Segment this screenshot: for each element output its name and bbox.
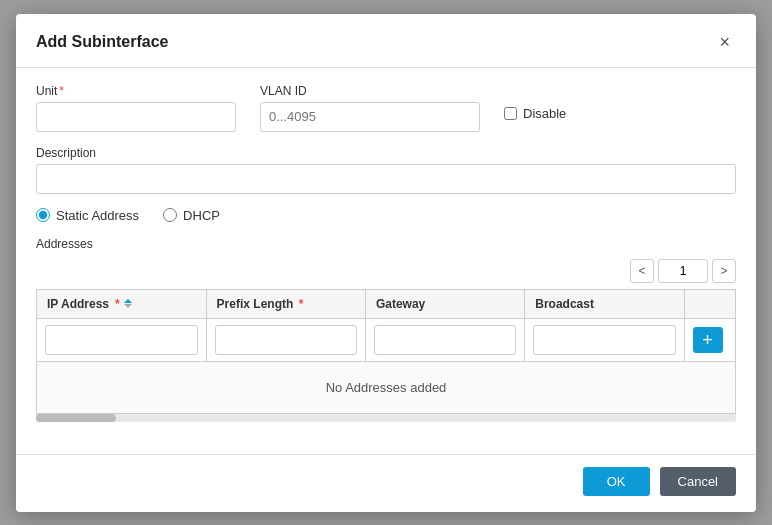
dhcp-label: DHCP [183, 208, 220, 223]
col-broadcast-header: Broadcast [525, 289, 684, 318]
col-action-header [684, 289, 735, 318]
disable-label[interactable]: Disable [523, 106, 566, 121]
static-address-radio[interactable] [36, 208, 50, 222]
pagination-next-button[interactable]: > [712, 259, 736, 283]
dhcp-option[interactable]: DHCP [163, 208, 220, 223]
unit-required: * [59, 84, 64, 98]
add-subinterface-modal: Add Subinterface × Unit* VLAN ID [16, 14, 756, 512]
unit-group: Unit* [36, 84, 236, 132]
add-action-cell: + [684, 318, 735, 361]
col-prefix-length-header: Prefix Length * [206, 289, 365, 318]
broadcast-cell [525, 318, 684, 361]
description-input[interactable] [36, 164, 736, 194]
no-data-cell: No Addresses added [37, 361, 736, 413]
sort-down-icon [124, 304, 132, 308]
dhcp-radio[interactable] [163, 208, 177, 222]
address-type-row: Static Address DHCP [36, 208, 736, 223]
prefix-required-star: * [299, 297, 304, 311]
modal-header: Add Subinterface × [16, 14, 756, 68]
unit-vlan-row: Unit* VLAN ID Disable [36, 84, 736, 132]
disable-row: Disable [504, 84, 566, 121]
addresses-section-label: Addresses [36, 237, 736, 251]
modal-overlay: Add Subinterface × Unit* VLAN ID [0, 0, 772, 525]
scrollbar-thumb [36, 414, 116, 422]
vlan-label: VLAN ID [260, 84, 480, 98]
sort-icon [124, 299, 132, 308]
page-number-input[interactable] [658, 259, 708, 283]
ip-address-input[interactable] [45, 325, 198, 355]
disable-checkbox[interactable] [504, 107, 517, 120]
ip-address-cell [37, 318, 207, 361]
col-gateway-header: Gateway [365, 289, 524, 318]
horizontal-scrollbar[interactable] [36, 414, 736, 422]
no-data-row: No Addresses added [37, 361, 736, 413]
description-group: Description [36, 146, 736, 194]
add-address-button[interactable]: + [693, 327, 723, 353]
unit-label: Unit* [36, 84, 236, 98]
cancel-button[interactable]: Cancel [660, 467, 736, 496]
broadcast-input[interactable] [533, 325, 675, 355]
static-address-label: Static Address [56, 208, 139, 223]
unit-input[interactable] [36, 102, 236, 132]
modal-body: Unit* VLAN ID Disable Description [16, 68, 756, 454]
addresses-table: IP Address * Prefix Length * [36, 289, 736, 414]
vlan-input[interactable] [260, 102, 480, 132]
pagination-row: < > [36, 259, 736, 283]
description-label: Description [36, 146, 736, 160]
prefix-length-input[interactable] [215, 325, 357, 355]
static-address-option[interactable]: Static Address [36, 208, 139, 223]
col-ip-address-header: IP Address * [37, 289, 207, 318]
table-input-row: + [37, 318, 736, 361]
gateway-cell [365, 318, 524, 361]
pagination-prev-button[interactable]: < [630, 259, 654, 283]
gateway-input[interactable] [374, 325, 516, 355]
close-button[interactable]: × [713, 30, 736, 55]
modal-title: Add Subinterface [36, 33, 168, 51]
sort-up-icon [124, 299, 132, 303]
ip-required-star: * [115, 297, 120, 311]
vlan-group: VLAN ID [260, 84, 480, 132]
ok-button[interactable]: OK [583, 467, 650, 496]
prefix-length-cell [206, 318, 365, 361]
modal-footer: OK Cancel [16, 454, 756, 512]
table-header-row: IP Address * Prefix Length * [37, 289, 736, 318]
